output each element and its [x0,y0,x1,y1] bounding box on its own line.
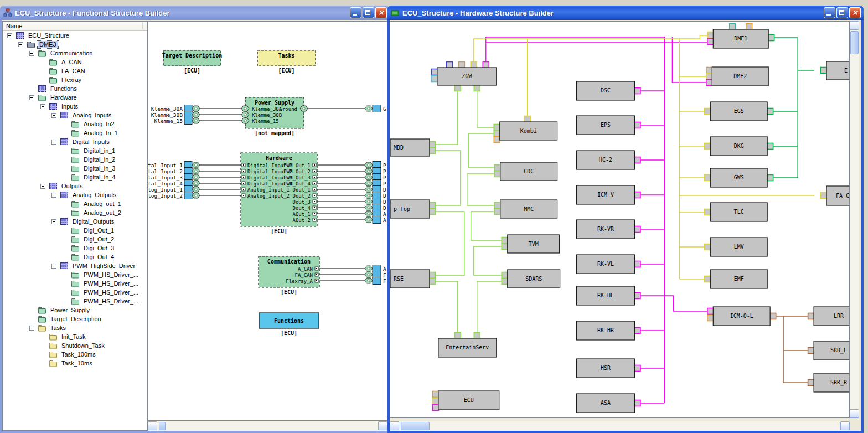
scroll-right-button[interactable] [840,421,850,430]
ecu-node-SRR_R[interactable]: SRR_R [808,373,849,392]
scroll-right-button[interactable] [378,421,388,430]
ecu-node-RK-HL[interactable]: RK-HL [577,286,640,305]
functional-titlebar[interactable]: ECU_Structure - Functional Structure Bui… [0,6,390,20]
ecu-node-HC-2[interactable]: HC-2 [577,151,640,169]
ecu-node-EGS[interactable]: EGS [705,102,773,121]
minimize-button[interactable] [350,7,361,18]
ecu-node-RK-VR[interactable]: RK-VR [577,220,640,239]
functions-block[interactable]: Functions[ECU] [259,313,319,336]
tree-item-Target_Description[interactable]: Target_Description [3,315,147,323]
ecu-node-LMV[interactable]: LMV [705,238,767,256]
ecu-node-ZGW[interactable]: ZGW [431,62,496,91]
ecu-node-EPS[interactable]: EPS [577,116,640,135]
scroll-thumb[interactable] [159,422,166,430]
tree-item-DME3[interactable]: DME3 [3,40,147,49]
close-button[interactable]: × [849,7,861,18]
scroll-down-button[interactable] [850,409,859,418]
ecu-node-RK-VL[interactable]: RK-VL [577,255,640,274]
ecu-node-Kombi[interactable]: Kombi [494,116,557,143]
ecu-node-RSE[interactable]: RSE [390,270,435,288]
scroll-up-button[interactable] [850,21,859,30]
tree-item-PWM_HS_Driver_...[interactable]: PWM_HS_Driver_... [3,297,147,306]
tasks-block[interactable]: Tasks[ECU] [257,50,316,74]
tree-item-Init_Task[interactable]: Init_Task [3,332,147,341]
ecu-node-SDARS[interactable]: SDARS [502,270,560,288]
tree-column-header[interactable]: Name [3,22,147,31]
tree-expand-box[interactable] [18,42,23,47]
target-description-block[interactable]: Target_Description[ECU] [162,50,222,74]
ecu-node-E[interactable]: E [821,61,849,80]
ecu-node-DKG[interactable]: DKG [705,137,773,156]
tree-item-Analog_Outputs[interactable]: Analog_Outputs [3,190,147,199]
tree-expand-box[interactable] [51,264,56,269]
tree-expand-box[interactable] [51,140,56,145]
tree-item-Digi_Out_3[interactable]: Digi_Out_3 [3,244,147,252]
tree-item-Digital_in_1[interactable]: Digital_in_1 [3,146,147,155]
tree-item-Functions[interactable]: Functions [3,84,147,93]
ecu-node-AmpTop[interactable]: p Top [390,200,435,218]
tree-expand-box[interactable] [51,219,56,224]
tree-item-Task_100ms[interactable]: Task_100ms [3,350,147,359]
tree-item-Inputs[interactable]: Inputs [3,102,147,111]
communication-block[interactable]: Communication[ECU]A_CANFA_CANFlexray_A [259,256,319,295]
ecu-node-HSR[interactable]: HSR [577,359,640,378]
hardware-titlebar[interactable]: ECU_Structure - Hardware Structure Build… [388,6,864,20]
scroll-thumb[interactable] [850,31,859,54]
scroll-left-button[interactable] [390,421,399,430]
ecu-node-CDC[interactable]: CDC [494,162,557,181]
ecu-node-GWS[interactable]: GWS [705,168,773,187]
tree-item-Task_10ms[interactable]: Task_10ms [3,359,147,368]
tree-item-Digital_in_3[interactable]: Digital_in_3 [3,164,147,173]
ecu-node-MMC[interactable]: MMC [494,200,557,218]
tree-expand-box[interactable] [29,95,34,100]
tree-item-Shutdown_Task[interactable]: Shutdown_Task [3,341,147,350]
ecu-node-SRR_L[interactable]: SRR_L [808,341,849,360]
tree-item-PWM_HS_Driver_...[interactable]: PWM_HS_Driver_... [3,279,147,288]
tree-item-FA_CAN[interactable]: FA_CAN [3,66,147,75]
tree-item-Digital_Inputs[interactable]: Digital_Inputs [3,137,147,146]
ecu-node-TVM[interactable]: TVM [502,235,559,253]
ecu-node-EMF[interactable]: EMF [705,270,767,288]
tree-item-Flexray[interactable]: Flexray [3,75,147,84]
power-supply-block[interactable]: Power_Supply[not mapped]Klemme_30AKlemme… [241,97,308,136]
tree-item-Digi_Out_2[interactable]: Digi_Out_2 [3,235,147,244]
tree-item-Digi_Out_1[interactable]: Digi_Out_1 [3,226,147,235]
functional-canvas[interactable]: Klemme_30AKlemme_30BKlemme_15tal_Input_1… [148,21,388,421]
maximize-button[interactable] [363,7,374,18]
tree-item-PWM_HS_Driver_...[interactable]: PWM_HS_Driver_... [3,270,147,279]
tree-expand-box[interactable] [40,104,45,109]
tree-item-Digi_Out_4[interactable]: Digi_Out_4 [3,252,147,261]
ecu-node-DSC[interactable]: DSC [577,81,640,100]
tree-item-A_CAN[interactable]: A_CAN [3,58,147,66]
tree-item-Analog_out_1[interactable]: Analog_out_1 [3,199,147,208]
ecu-node-TLC[interactable]: TLC [705,203,767,221]
tree-expand-box[interactable] [40,184,45,189]
scroll-thumb[interactable] [401,422,430,430]
ecu-node-FA_CAN[interactable]: FA_CAN [821,186,849,205]
ecu-node-ICM-V[interactable]: ICM-V [577,185,640,204]
tree-item-PWM_HighSide_Driver[interactable]: PWM_HighSide_Driver [3,261,147,270]
ecu-node-ASA[interactable]: ASA [577,394,640,413]
ecu-node-ECU[interactable]: ECU [432,391,499,411]
ecu-node-ICM-Q-L[interactable]: ICM-Q-L [707,307,776,326]
ecu-node-EntertainServ[interactable]: EntertainServ [438,333,497,358]
tree-expand-box[interactable] [51,113,56,118]
minimize-button[interactable] [824,7,835,18]
tree-item-ECU_Structure[interactable]: ECU_Structure [3,31,147,40]
tree-expand-box[interactable] [51,193,56,198]
hardware-block[interactable]: Hardware[ECU]Digital_Input_1Digital_Inpu… [241,153,317,234]
tree-item-Analog_out_2[interactable]: Analog_out_2 [3,208,147,217]
tree-expand-box[interactable] [29,326,34,331]
ecu-node-DME1[interactable]: DME1 [707,24,774,49]
scroll-left-button[interactable] [148,421,157,430]
tree-item-Power_Supply[interactable]: Power_Supply [3,306,147,315]
tree-item-Digital_in_4[interactable]: Digital_in_4 [3,173,147,182]
maximize-button[interactable] [836,7,848,18]
ecu-node-MDD[interactable]: MDD [390,139,435,156]
ecu-node-DME2[interactable]: DME2 [706,67,768,86]
close-button[interactable]: × [375,7,387,18]
tree-item-Analog_In_1[interactable]: Analog_In_1 [3,128,147,137]
hardware-canvas[interactable]: ZGWKombiMDDp TopRSECDCMMCTVMSDARSEnterta… [390,21,850,418]
tree-item-PWM_HS_Driver_...[interactable]: PWM_HS_Driver_... [3,288,147,297]
tree-item-Digital_in_2[interactable]: Digital_in_2 [3,155,147,164]
